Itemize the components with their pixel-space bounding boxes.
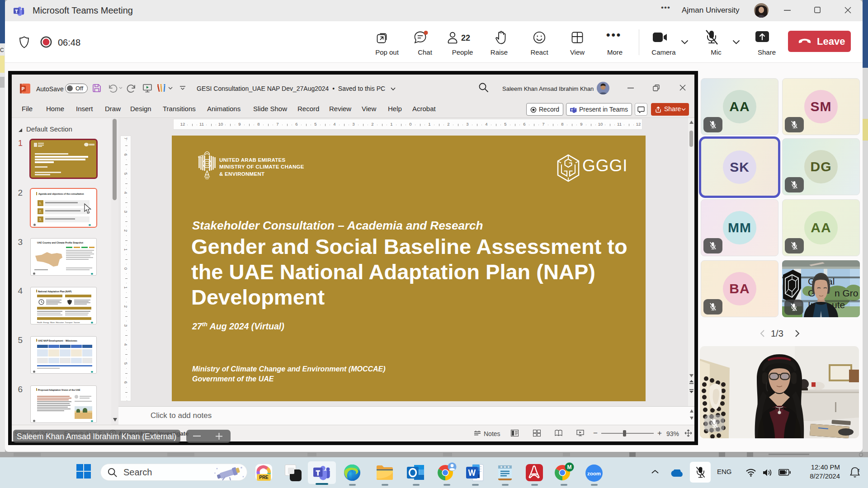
svg-text:n Gro: n Gro [835, 288, 859, 298]
svg-text:M: M [567, 464, 572, 470]
svg-text:zoom: zoom [587, 471, 601, 476]
svg-text:z: z [858, 468, 860, 472]
